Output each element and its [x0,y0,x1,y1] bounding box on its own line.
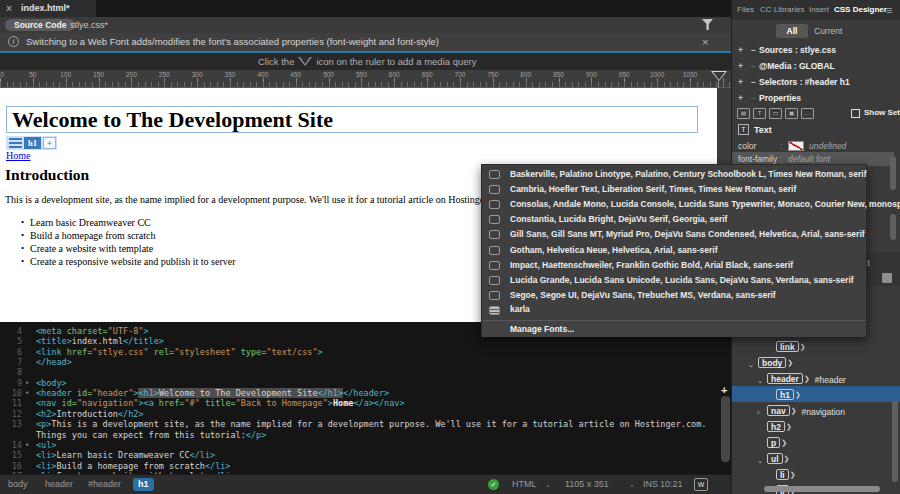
code-line[interactable]: 8 [0,367,721,377]
dom-tag-pill[interactable]: h2 [767,421,785,432]
dom-node-p[interactable]: p❯ [732,434,900,450]
list-item[interactable]: •Create a responsive website and publish… [5,255,236,268]
related-css-file[interactable]: stlye.css* [70,17,108,33]
code-line[interactable]: 16<li>Build a homepage from scratch</li> [0,461,721,471]
code-line[interactable]: 10▾<header id="header"><h1>Welcome to Th… [0,388,721,398]
dom-insert-element-button[interactable]: + [721,384,727,396]
source-code-button[interactable]: Source Code [5,19,75,31]
plus-icon[interactable]: + [738,58,743,74]
dom-node-ul[interactable]: ⌄ul❯ [732,450,900,466]
add-element-button[interactable]: + [43,137,56,149]
background-props-icon[interactable]: ▣ [785,108,798,119]
text-props-icon[interactable]: T [753,108,766,119]
font-option[interactable]: Impact, Haettenschweiler, Franklin Gothi… [482,258,866,273]
dom-node-header[interactable]: ⌄header❯#header [732,370,900,386]
code-line[interactable]: 11<nav id="navigation"><a href="#" title… [0,398,721,408]
dom-node-link[interactable]: link❯ [732,338,900,354]
dom-hscrollbar-thumb[interactable] [764,486,880,492]
sources-label[interactable]: Sources : stlye.css [759,42,836,58]
minus-icon[interactable]: − [751,74,756,90]
border-props-icon[interactable]: ▭ [769,108,782,119]
color-value[interactable]: undefined [809,139,846,153]
panel-scrollbar-thumb[interactable] [890,156,896,190]
plus-icon[interactable]: + [738,74,743,90]
list-item[interactable]: •Create a website with template [5,242,236,255]
code-fold-icon[interactable]: ▾ [25,388,29,398]
horizontal-ruler[interactable]: 0501001502002503003504004505005506006507… [0,70,731,88]
close-icon[interactable]: × [6,0,12,17]
code-fold-icon[interactable]: ▾ [25,378,29,388]
code-line[interactable]: 9▾<body> [0,378,721,388]
font-option[interactable]: Gill Sans, Gill Sans MT, Myriad Pro, Dej… [482,227,866,242]
hamburger-icon[interactable] [9,138,22,148]
font-option[interactable]: Constantia, Lucida Bright, DejaVu Serif,… [482,212,866,227]
close-icon[interactable]: × [702,34,708,50]
dom-tag-pill[interactable]: body [758,357,786,368]
home-link[interactable]: Home [6,150,30,161]
plus-icon[interactable]: + [738,90,743,106]
manage-fonts-item[interactable]: Manage Fonts... [482,321,866,337]
code-line[interactable]: 12<h2>Introduction</h2> [0,409,721,419]
tag-path-body[interactable]: body [8,475,28,494]
element-display-badge[interactable]: h1 + [6,136,57,150]
font-option[interactable]: Consolas, Andale Mono, Lucida Console, L… [482,197,866,212]
bullet-list[interactable]: •Learn basic Dreamweaver CC •Build a hom… [5,216,236,268]
layout-props-icon[interactable]: ▤ [737,108,750,119]
chevron-down-icon[interactable]: ⌄ [629,475,635,494]
dom-tag-pill[interactable]: h1 [776,389,794,400]
h1-tag-badge[interactable]: h1 [24,137,41,149]
code-line[interactable]: Things you can expect from this tutorial… [0,430,721,440]
font-option[interactable]: Cambria, Hoefler Text, Liberation Serif,… [482,182,866,197]
code-line[interactable]: 5<title>index.html</title> [0,336,721,346]
panel-scrollbar-thumb[interactable] [890,214,896,240]
dom-tag-pill[interactable]: link [776,341,799,352]
code-view[interactable]: 4<meta charset="UTF-8">5<title>index.htm… [0,322,731,474]
media-label[interactable]: @Media : GLOBAL [759,58,835,74]
code-line[interactable]: 7</head> [0,357,721,367]
dom-node-nav[interactable]: ›nav❯#navigation [732,402,900,418]
tab-index-html[interactable]: × index.html* [0,0,96,17]
tab-insert[interactable]: Insert [809,0,829,20]
dom-tag-pill[interactable]: li [776,469,789,480]
no-color-swatch-icon[interactable] [788,141,804,151]
minus-icon[interactable]: − [751,42,756,58]
dom-node-h1[interactable]: h1❯ [732,386,900,402]
tag-path-h1-active[interactable]: h1 [133,478,154,491]
dom-tag-pill[interactable]: header [767,373,803,384]
show-set-checkbox[interactable] [851,109,860,118]
window-size[interactable]: 1105 x 351 [565,475,609,494]
more-props-icon[interactable]: … [801,108,814,119]
tab-css-designer[interactable]: CSS Designer [834,0,887,20]
color-property-row[interactable]: color : undefined [732,139,894,153]
doctype-label[interactable]: HTML [512,475,537,494]
code-scrollbar-thumb[interactable] [721,396,730,462]
dom-tag-pill[interactable]: nav [767,405,790,416]
dom-panel-menu-icon[interactable] [882,273,892,283]
code-line[interactable]: 15<li>Learn basic Dreamweaver CC</li> [0,450,721,460]
selected-h1-outline[interactable]: Welcome to The Development Site [6,106,698,133]
font-option[interactable]: Segoe, Segoe UI, DejaVu Sans, Trebuchet … [482,288,866,303]
view-current-button[interactable]: Current [814,24,842,38]
selectors-label[interactable]: Selectors : #header h1 [759,74,850,90]
page-heading[interactable]: Welcome to The Development Site [12,107,333,133]
view-all-button[interactable]: All [776,24,808,38]
list-item[interactable]: •Learn basic Dreamweaver CC [5,216,236,229]
font-option-karla[interactable]: karla [482,302,866,318]
code-line[interactable]: 14▾<ul> [0,440,721,450]
dom-node-li[interactable]: li❯ [732,466,900,482]
list-item[interactable]: •Build a homepage from scratch [5,229,236,242]
font-option[interactable]: Lucida Grande, Lucida Sans Unicode, Luci… [482,273,866,288]
tag-path-id[interactable]: #header [88,475,121,494]
panel-menu-icon[interactable]: ≡ [886,0,892,20]
font-option[interactable]: Gotham, Helvetica Neue, Helvetica, Arial… [482,243,866,258]
tab-cc-libraries[interactable]: CC Libraries [760,0,804,20]
tag-path-header[interactable]: header [45,475,73,494]
code-line[interactable]: 6<link href="stlye.css" rel="stylesheet"… [0,347,721,357]
properties-label[interactable]: Properties [759,90,801,106]
chevron-down-icon[interactable]: ⌄ [545,475,551,494]
font-option[interactable]: Baskerville, Palatino Linotype, Palatino… [482,167,866,182]
plus-icon[interactable]: + [738,42,743,58]
tab-files[interactable]: Files [737,0,754,20]
dom-tag-pill[interactable]: p [767,437,780,448]
intro-heading[interactable]: Introduction [5,166,89,184]
